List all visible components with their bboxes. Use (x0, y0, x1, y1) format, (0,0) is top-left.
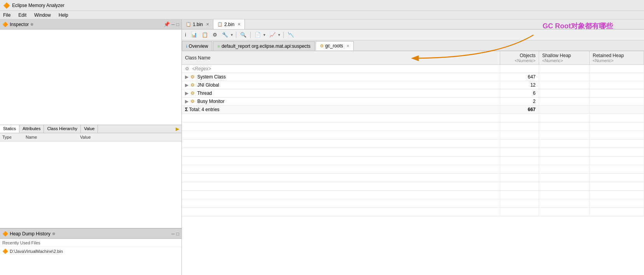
file-tab-2bin-label: 2.bin (224, 22, 234, 27)
expand-icon-2[interactable]: ▶ (185, 91, 188, 96)
expand-icon-3[interactable]: ▶ (185, 99, 188, 104)
heap-file-item[interactable]: 🔶 D:\JavaVirtualMachine\2.bin (0, 247, 182, 256)
heap-dump-maximize-icon[interactable]: □ (176, 231, 179, 237)
view-tab-report[interactable]: ≡ default_report org.eclipse.mat.api:sus… (213, 41, 314, 50)
total-label-cell: Σ Total: 4 entries (182, 106, 500, 114)
inspector-section: 🔶 Inspector ⊗ 📌 ─ □ Statics Attributes C… (0, 19, 182, 228)
expand-icon-0[interactable]: ▶ (185, 74, 188, 80)
inspector-maximize-icon[interactable]: □ (176, 22, 179, 27)
toolbar-sep-2 (250, 32, 251, 38)
view-tab-gcroots-label: gc_roots (325, 43, 343, 49)
toolbar-dropdown-3[interactable]: 📈 ▼ (268, 31, 281, 38)
row-retained-0 (590, 73, 644, 81)
inspector-pin-icon[interactable]: 📌 (164, 21, 170, 27)
inspector-title: Inspector (10, 22, 29, 27)
inspector-table-header: Type Name Value (0, 133, 182, 141)
row-label-2: Thread (197, 91, 212, 96)
table-row[interactable]: ▶ ⚙ JNI Global 12 (182, 81, 644, 89)
inspector-body (0, 30, 182, 125)
tab-attributes[interactable]: Attributes (19, 125, 44, 133)
menu-help[interactable]: Help (57, 12, 70, 19)
menu-edit[interactable]: Edit (17, 12, 28, 19)
file-tab-1bin-close[interactable]: ✕ (206, 22, 209, 26)
inspector-minimize-icon[interactable]: ─ (171, 22, 175, 27)
table-row[interactable]: ▶ ⚙ Thread 6 (182, 89, 644, 97)
left-panel: 🔶 Inspector ⊗ 📌 ─ □ Statics Attributes C… (0, 19, 182, 275)
empty-row (182, 199, 644, 208)
main-layout: 🔶 Inspector ⊗ 📌 ─ □ Statics Attributes C… (0, 19, 644, 275)
toolbar-dropdown-2-arrow: ▼ (263, 33, 266, 37)
col-retained-label: Retained Heap (593, 53, 641, 58)
regex-retained-cell (590, 65, 644, 73)
file-tab-2bin[interactable]: 📋 2.bin ✕ (213, 19, 245, 29)
toolbar-filter-btn[interactable]: 🔧 (220, 31, 230, 38)
empty-row (182, 174, 644, 182)
toolbar-info-btn[interactable]: i (183, 31, 188, 38)
inspector-icon: 🔶 (2, 22, 8, 27)
total-label-text: Total: 4 entries (189, 107, 220, 112)
col-classname-label: Class Name (185, 55, 210, 61)
heap-dump-minimize-icon[interactable]: ─ (171, 231, 175, 237)
file-icon: 🔶 (2, 249, 8, 254)
tab-arrow-icon[interactable]: ▶ (173, 125, 182, 133)
file-tab-1bin-label: 1.bin (193, 22, 203, 27)
toolbar-search-btn[interactable]: 🔍 (239, 31, 248, 38)
row-classname-1: ▶ ⚙ JNI Global (182, 81, 500, 89)
row-classname-2: ▶ ⚙ Thread (182, 89, 500, 97)
regex-cell: ⚙ <Regex> (182, 65, 500, 73)
toolbar-export-btn[interactable]: 📈 (268, 31, 277, 38)
view-tab-gcroots-close[interactable]: ✕ (346, 44, 349, 48)
col-objects-header: Objects <Numeric> (500, 51, 539, 65)
view-tab-report-label: default_report org.eclipse.mat.api:suspe… (222, 44, 311, 49)
col-objects-sub: <Numeric> (503, 58, 536, 63)
menu-bar: File Edit Window Help (0, 11, 644, 19)
file-tab-2bin-close[interactable]: ✕ (237, 22, 241, 26)
heap-dump-section: 🔶 Heap Dump History ⊗ ─ □ Recently Used … (0, 228, 182, 275)
inspector-header-left: 🔶 Inspector ⊗ (2, 22, 33, 27)
empty-row (182, 148, 644, 157)
col-value: Value (78, 134, 182, 140)
row-shallow-2 (539, 89, 590, 97)
row-shallow-0 (539, 73, 590, 81)
total-retained (590, 106, 644, 114)
tab-value[interactable]: Value (81, 125, 98, 133)
toolbar-settings-btn[interactable]: ⚙ (211, 31, 219, 38)
toolbar-chart-btn[interactable]: 📊 (189, 31, 199, 38)
table-row[interactable]: ▶ ⚙ System Class 647 (182, 73, 644, 81)
node-icon-1: ⚙ (190, 82, 195, 88)
toolbar-page-btn[interactable]: 📄 (253, 31, 262, 38)
gc-table-header-row: Class Name Objects <Numeric> Shallow Hea… (182, 51, 644, 65)
inspector-table: Type Name Value (0, 133, 182, 228)
heap-dump-header-icons: ─ □ (171, 231, 179, 237)
table-row[interactable]: ▶ ⚙ Busy Monitor 2 (182, 97, 644, 106)
regex-objects-cell (500, 65, 539, 73)
menu-window[interactable]: Window (33, 12, 52, 19)
toolbar-dropdown-1-arrow: ▼ (230, 33, 234, 37)
row-classname-3: ▶ ⚙ Busy Monitor (182, 97, 500, 106)
toolbar-report-btn[interactable]: 📋 (200, 31, 209, 38)
menu-file[interactable]: File (2, 12, 12, 19)
node-icon-3: ⚙ (190, 99, 195, 104)
empty-row (182, 191, 644, 199)
gc-table: Class Name Objects <Numeric> Shallow Hea… (182, 51, 644, 216)
view-tab-overview[interactable]: i Overview (182, 41, 212, 50)
regex-label: <Regex> (192, 66, 211, 71)
tab-class-hierarchy[interactable]: Class Hierarchy (44, 125, 81, 133)
col-retained-header: Retained Heap <Numeric> (590, 51, 644, 65)
file-tab-1bin[interactable]: 📋 1.bin ✕ (182, 19, 213, 29)
row-classname-0: ▶ ⚙ System Class (182, 73, 500, 81)
toolbar-dropdown-1[interactable]: 🔧 ▼ (220, 31, 234, 38)
view-tab-overview-label: Overview (188, 44, 208, 49)
row-objects-2: 6 (500, 89, 539, 97)
total-shallow (539, 106, 590, 114)
expand-icon-1[interactable]: ▶ (185, 82, 188, 88)
file-tab-1bin-icon: 📋 (186, 22, 191, 27)
toolbar-gc-btn[interactable]: 📉 (286, 31, 295, 38)
heap-dump-title: Heap Dump History (10, 231, 51, 237)
toolbar-dropdown-2[interactable]: 📄 ▼ (253, 31, 266, 38)
app-title: Eclipse Memory Analyzer (12, 3, 65, 8)
view-tab-overview-icon: i (186, 44, 187, 49)
view-tab-gcroots[interactable]: ⚙ gc_roots ✕ (316, 41, 354, 50)
tab-statics[interactable]: Statics (0, 125, 19, 133)
toolbar: i 📊 📋 ⚙ 🔧 ▼ 🔍 📄 ▼ 📈 ▼ (182, 30, 644, 40)
